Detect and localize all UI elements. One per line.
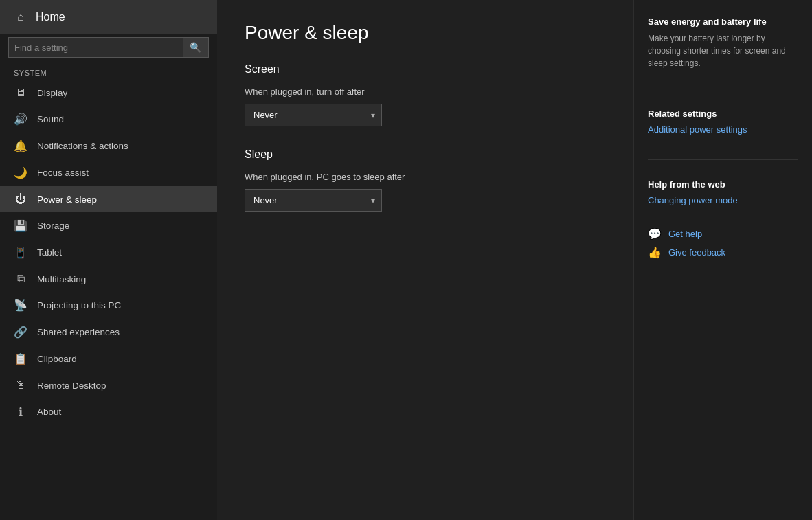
- feedback-icon: 👍: [648, 246, 662, 259]
- divider-2: [648, 159, 798, 160]
- about-icon: ℹ: [14, 405, 27, 418]
- sidebar-item-notifications-label: Notifications & actions: [37, 141, 128, 151]
- right-panel: Save energy and battery life Make your b…: [633, 0, 812, 520]
- main-content: Power & sleep Screen When plugged in, tu…: [217, 0, 633, 520]
- sidebar-item-tablet-label: Tablet: [37, 247, 62, 258]
- screen-setting-label: When plugged in, turn off after: [245, 87, 606, 97]
- feedback-label: Give feedback: [668, 247, 725, 258]
- info-block-text: Make your battery last longer by choosin…: [648, 32, 798, 69]
- get-help-action[interactable]: 💬 Get help: [648, 227, 798, 240]
- sidebar-item-tablet[interactable]: 📱 Tablet: [0, 239, 217, 266]
- divider-1: [648, 89, 798, 89]
- projecting-icon: 📡: [14, 299, 27, 312]
- search-box: 🔍: [8, 37, 209, 58]
- related-settings-title: Related settings: [648, 109, 798, 119]
- storage-icon: 💾: [14, 219, 27, 232]
- sidebar-home-button[interactable]: ⌂ Home: [0, 0, 217, 34]
- info-block: Save energy and battery life Make your b…: [648, 16, 798, 69]
- help-block: Help from the web Changing power mode: [648, 179, 798, 211]
- search-input[interactable]: [9, 38, 183, 57]
- notifications-icon: 🔔: [14, 139, 27, 152]
- sidebar-item-projecting-label: Projecting to this PC: [37, 300, 121, 310]
- give-feedback-action[interactable]: 👍 Give feedback: [648, 246, 798, 259]
- tablet-icon: 📱: [14, 246, 27, 259]
- sidebar-item-sound-label: Sound: [37, 114, 64, 124]
- multitasking-icon: ⧉: [14, 273, 27, 285]
- sidebar-item-storage[interactable]: 💾 Storage: [0, 212, 217, 239]
- nav-list: 🖥 Display 🔊 Sound 🔔 Notifications & acti…: [0, 80, 217, 425]
- sidebar-item-multitasking[interactable]: ⧉ Multitasking: [0, 266, 217, 292]
- focus-icon: 🌙: [14, 166, 27, 179]
- sleep-section: Sleep When plugged in, PC goes to sleep …: [245, 148, 606, 212]
- sidebar-item-remote-label: Remote Desktop: [37, 381, 106, 391]
- page-title: Power & sleep: [245, 22, 606, 44]
- sidebar-item-about[interactable]: ℹ About: [0, 398, 217, 425]
- sound-icon: 🔊: [14, 113, 27, 126]
- get-help-label: Get help: [668, 229, 702, 239]
- sidebar-item-shared[interactable]: 🔗 Shared experiences: [0, 319, 217, 346]
- sidebar-item-focus[interactable]: 🌙 Focus assist: [0, 159, 217, 186]
- sidebar-item-power[interactable]: ⏻ Power & sleep: [0, 186, 217, 212]
- sidebar-item-clipboard-label: Clipboard: [37, 354, 77, 364]
- info-block-title: Save energy and battery life: [648, 16, 798, 27]
- help-title: Help from the web: [648, 179, 798, 190]
- sidebar-item-power-label: Power & sleep: [37, 194, 97, 205]
- sidebar-item-focus-label: Focus assist: [37, 168, 89, 178]
- sidebar-item-clipboard[interactable]: 📋 Clipboard: [0, 346, 217, 372]
- clipboard-icon: 📋: [14, 352, 27, 365]
- sidebar: ⌂ Home 🔍 System 🖥 Display 🔊 Sound 🔔 Noti…: [0, 0, 217, 520]
- sidebar-item-projecting[interactable]: 📡 Projecting to this PC: [0, 292, 217, 319]
- additional-power-settings-link[interactable]: Additional power settings: [648, 124, 798, 135]
- system-section-label: System: [0, 63, 217, 80]
- screen-section-title: Screen: [245, 63, 606, 76]
- sleep-section-title: Sleep: [245, 148, 606, 161]
- sidebar-item-display[interactable]: 🖥 Display: [0, 80, 217, 106]
- changing-power-mode-link[interactable]: Changing power mode: [648, 195, 798, 205]
- home-icon: ⌂: [14, 11, 27, 23]
- remote-icon: 🖱: [14, 379, 27, 392]
- screen-dropdown-container: Never1 minute2 minutes3 minutes5 minutes…: [245, 104, 382, 126]
- get-help-icon: 💬: [648, 227, 662, 240]
- sidebar-item-remote[interactable]: 🖱 Remote Desktop: [0, 372, 217, 398]
- sidebar-item-multitasking-label: Multitasking: [37, 274, 86, 284]
- screen-dropdown[interactable]: Never1 minute2 minutes3 minutes5 minutes…: [245, 104, 382, 126]
- related-settings-block: Related settings Additional power settin…: [648, 109, 798, 140]
- sleep-dropdown[interactable]: Never1 minute2 minutes3 minutes5 minutes…: [245, 189, 382, 212]
- sleep-setting-label: When plugged in, PC goes to sleep after: [245, 172, 606, 182]
- power-icon: ⏻: [14, 193, 27, 205]
- sidebar-home-label: Home: [36, 11, 65, 23]
- sidebar-item-display-label: Display: [37, 88, 67, 98]
- search-button[interactable]: 🔍: [183, 38, 208, 57]
- sidebar-item-notifications[interactable]: 🔔 Notifications & actions: [0, 133, 217, 159]
- sidebar-item-storage-label: Storage: [37, 221, 69, 231]
- sidebar-item-about-label: About: [37, 407, 61, 417]
- sleep-dropdown-container: Never1 minute2 minutes3 minutes5 minutes…: [245, 189, 382, 212]
- sidebar-item-sound[interactable]: 🔊 Sound: [0, 106, 217, 133]
- sidebar-item-shared-label: Shared experiences: [37, 327, 120, 337]
- shared-icon: 🔗: [14, 326, 27, 339]
- help-actions: 💬 Get help 👍 Give feedback: [648, 227, 798, 264]
- display-icon: 🖥: [14, 87, 27, 99]
